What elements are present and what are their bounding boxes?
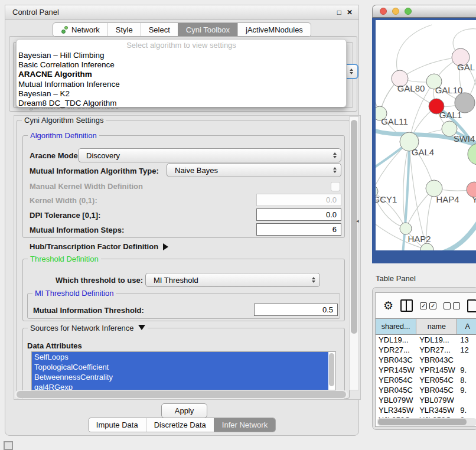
table-cell: 8. [457, 375, 476, 385]
tab-label: Discretize Data [154, 420, 206, 429]
tab-jactivemnodules[interactable]: jActiveMNodules [237, 23, 311, 37]
columns-icon[interactable] [400, 299, 413, 312]
scrollbar-thumb[interactable] [17, 391, 346, 398]
gear-icon[interactable]: ⚙ [383, 300, 393, 311]
table-row[interactable]: YDL19...YDL19...13 [376, 335, 476, 345]
minimize-traffic-light[interactable] [392, 8, 399, 15]
table-cell: YLR345W [416, 405, 457, 415]
network-window-titlebar[interactable] [372, 5, 476, 18]
table-row[interactable]: YPR145WYPR145W9. [376, 365, 476, 375]
column-header[interactable]: A [457, 319, 476, 334]
table-row[interactable]: YER054CYER054C8. [376, 375, 476, 385]
which-threshold-combo[interactable]: MI Threshold [145, 273, 320, 287]
mi-steps-field[interactable]: 6 [256, 223, 341, 236]
float-icon[interactable]: □ [337, 8, 341, 17]
mi-threshold-field[interactable]: 0.5 [254, 304, 338, 316]
split-pane-arrow-icon[interactable]: ◂ [356, 218, 359, 224]
control-panel-title: Control Panel [12, 8, 59, 17]
mi-type-value: Naive Bayes [175, 166, 218, 175]
table-panel: ⚙ ✓✓ shared...nameA YDL19...YDL19...13YD… [372, 287, 476, 430]
mi-type-combo[interactable]: Naive Bayes [167, 163, 341, 177]
node-label: HAP4 [436, 194, 459, 204]
data-attributes-label: Data Attributes [27, 341, 82, 350]
table-cell: YPR145W [416, 365, 457, 375]
node-unnamed[interactable] [468, 144, 476, 165]
tab-discretize-data[interactable]: Discretize Data [146, 418, 214, 432]
dropdown-item[interactable]: Mutual Information Inference [17, 80, 346, 89]
settings-vertical-scrollbar[interactable] [349, 116, 359, 390]
table-cell: YBL079W [416, 395, 457, 405]
table-row[interactable]: YBL079WYBL079W [376, 395, 476, 405]
dropdown-item[interactable]: Dream8 DC_TDC Algorithm [17, 99, 346, 108]
scrollbar-thumb[interactable] [378, 419, 467, 425]
node-HAP2[interactable] [400, 223, 412, 234]
network-graph[interactable]: GALGAL80GAL10GAL1GAL11SWI4GAL4GCY1HAP4YH… [376, 20, 476, 250]
attr-list-scrollbar[interactable] [329, 353, 334, 386]
bottom-tabs: Impute DataDiscretize DataInfer Network [88, 418, 276, 432]
node-label: GAL1 [439, 110, 462, 120]
tab-style[interactable]: Style [107, 23, 141, 37]
table-row[interactable]: YBR043CYBR043C [376, 355, 476, 365]
collapsed-arrow-icon [163, 243, 168, 250]
table-horizontal-scrollbar[interactable] [377, 418, 476, 426]
node-unnamed[interactable] [420, 243, 433, 250]
network-canvas[interactable]: GALGAL80GAL10GAL1GAL11SWI4GAL4GCY1HAP4YH… [376, 20, 476, 250]
hub-definition-toggle[interactable]: Hub/Transcription Factor Definition [30, 242, 168, 251]
table-row[interactable]: YBR045CYBR045C9. [376, 385, 476, 395]
column-header[interactable]: shared... [376, 319, 416, 334]
manual-kernel-checkbox[interactable] [331, 182, 340, 191]
table-cell: YBL079W [376, 395, 416, 405]
settings-horizontal-scrollbar[interactable] [15, 390, 348, 399]
zoom-traffic-light[interactable] [405, 8, 412, 15]
dpi-tolerance-label: DPI Tolerance [0,1]: [30, 211, 100, 220]
tab-infer-network[interactable]: Infer Network [214, 418, 275, 432]
close-traffic-light[interactable] [380, 8, 387, 15]
table-row[interactable]: YDR27...YDR27...12 [376, 345, 476, 355]
data-attributes-list[interactable]: SelfLoopsTopologicalCoefficientBetweenne… [31, 351, 336, 390]
table-cell: 9. [457, 385, 476, 395]
node-unnamed[interactable] [455, 93, 475, 113]
apply-button[interactable]: Apply [161, 403, 207, 418]
deselect-all-columns-icon[interactable] [444, 302, 460, 309]
dropdown-item[interactable]: Basic Correlation Inference [17, 60, 346, 70]
tab-network[interactable]: Network [53, 23, 107, 37]
attribute-item[interactable]: gal4RGexp [32, 382, 328, 390]
minimized-panel-icon[interactable] [4, 441, 13, 450]
combo-arrows-icon [350, 69, 353, 74]
export-table-icon[interactable] [467, 299, 476, 312]
tab-label: Impute Data [96, 420, 138, 429]
dropdown-item[interactable]: Bayesian – K2 [17, 89, 346, 99]
mi-threshold-title: MI Threshold Definition [32, 289, 116, 298]
sources-title[interactable]: Sources for Network Inference [28, 324, 148, 332]
attribute-item[interactable]: TopologicalCoefficient [32, 362, 328, 372]
table-row[interactable]: YLR345WYLR345W9. [376, 405, 476, 415]
kernel-width-label: Kernel Width (0,1): [30, 196, 97, 205]
attribute-item[interactable]: SelfLoops [32, 352, 328, 362]
dpi-tolerance-field[interactable]: 0.0 [256, 208, 341, 221]
node-label: Y [472, 194, 476, 204]
mi-threshold-label: Mutual Information Threshold: [33, 306, 144, 315]
table-toolbar: ⚙ ✓✓ [376, 293, 476, 318]
aracne-mode-label: Aracne Mode: [30, 151, 80, 160]
attribute-item[interactable]: BetweennessCentrality [32, 372, 328, 382]
algorithm-dropdown: Select algorithm to view settings Bayesi… [16, 39, 347, 107]
kernel-width-field[interactable]: 0.0 [256, 194, 341, 206]
tab-cyni-toolbox[interactable]: Cyni Toolbox [178, 23, 237, 37]
hub-definition-label: Hub/Transcription Factor Definition [30, 242, 158, 251]
scrollbar-thumb[interactable] [351, 120, 357, 334]
table-body: YDL19...YDL19...13YDR27...YDR27...12YBR0… [376, 335, 476, 425]
dropdown-header: Select algorithm to view settings [17, 41, 346, 51]
algorithm-definition-title: Algorithm Definition [28, 131, 99, 140]
select-all-columns-icon[interactable]: ✓✓ [420, 302, 436, 309]
node-table: shared...nameA YDL19...YDL19...13YDR27..… [376, 318, 476, 425]
tab-impute-data[interactable]: Impute Data [89, 418, 146, 432]
close-icon[interactable]: ✕ [347, 8, 353, 17]
dropdown-item[interactable]: ARACNE Algorithm [17, 70, 346, 79]
table-cell: 13 [457, 335, 476, 345]
aracne-mode-combo[interactable]: Discovery [78, 148, 341, 162]
tab-select[interactable]: Select [141, 23, 178, 37]
table-cell: YDR27... [416, 345, 457, 355]
dropdown-item[interactable]: Bayesian – Hill Climbing [17, 51, 346, 60]
node-label: GAL [457, 62, 475, 72]
column-header[interactable]: name [416, 319, 457, 334]
